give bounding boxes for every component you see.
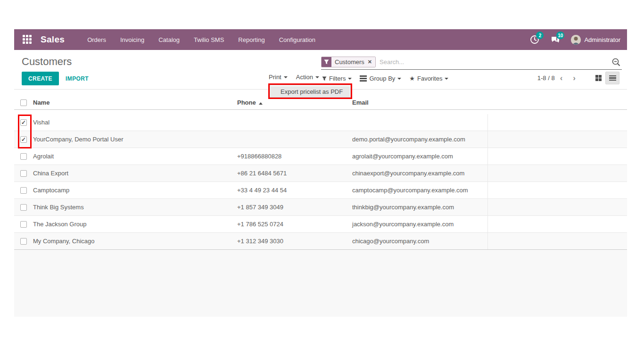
bars-icon bbox=[360, 75, 367, 82]
cell-email: camptocamp@yourcompany.example.com bbox=[352, 182, 488, 198]
table-row[interactable]: YourCompany, Demo Portal User demo.porta… bbox=[14, 131, 627, 148]
nav-item-invoicing[interactable]: Invoicing bbox=[120, 36, 144, 43]
filters-menu-label: Filters bbox=[329, 75, 346, 82]
group-by-menu-label: Group By bbox=[369, 75, 395, 82]
pager-next-button[interactable]: › bbox=[568, 74, 581, 83]
print-dropdown-annotation-box: Export pricelist as PDF bbox=[268, 83, 352, 99]
pager-range: 1-8 / 8 bbox=[537, 74, 555, 82]
filter-funnel-icon bbox=[322, 57, 331, 67]
table-row[interactable]: My Company, Chicago +1 312 349 3030 chic… bbox=[14, 233, 627, 250]
cell-email bbox=[352, 114, 488, 131]
column-header-name[interactable]: Name bbox=[33, 99, 237, 106]
row-checkbox[interactable] bbox=[20, 238, 27, 245]
table-row[interactable]: China Export +86 21 6484 5671 chinaexpor… bbox=[14, 165, 627, 182]
systray: 2 10 Administrator bbox=[529, 34, 627, 45]
cell-name: YourCompany, Demo Portal User bbox=[33, 136, 237, 143]
list-view-button[interactable] bbox=[605, 72, 619, 84]
group-by-menu-button[interactable]: Group By bbox=[360, 75, 401, 82]
pager-previous-button[interactable]: ‹ bbox=[555, 74, 568, 83]
column-header-email[interactable]: Email bbox=[352, 96, 488, 109]
favorites-menu-button[interactable]: ★ Favorites bbox=[409, 75, 448, 82]
row-checkbox[interactable] bbox=[20, 119, 27, 126]
action-menus: Print Action bbox=[269, 74, 319, 81]
nav-item-twilio-sms[interactable]: Twilio SMS bbox=[194, 36, 224, 43]
print-menu-button[interactable]: Print bbox=[269, 74, 288, 81]
messages-badge: 10 bbox=[556, 32, 564, 39]
cell-name: China Export bbox=[33, 170, 237, 177]
cell-email: jackson@yourcompany.example.com bbox=[352, 216, 488, 232]
search-magnifier-icon[interactable] bbox=[611, 58, 621, 67]
search-view-menus: Filters Group By ★ Favorites bbox=[322, 75, 448, 82]
action-menu-button[interactable]: Action bbox=[296, 74, 319, 81]
table-row[interactable]: Camptocamp +33 4 49 23 44 54 camptocamp@… bbox=[14, 182, 627, 199]
action-menu-label: Action bbox=[296, 74, 313, 81]
column-header-phone[interactable]: Phone bbox=[237, 99, 352, 106]
activities-icon[interactable]: 2 bbox=[529, 34, 540, 45]
cell-email: thinkbig@yourcompany.example.com bbox=[352, 199, 488, 215]
customers-list: Name Phone Email Vishal YourCompany, Dem… bbox=[14, 96, 627, 250]
cell-phone: +1 312 349 3030 bbox=[237, 238, 352, 245]
cell-name: My Company, Chicago bbox=[33, 238, 237, 245]
chevron-down-icon bbox=[397, 78, 401, 80]
chevron-down-icon bbox=[315, 76, 319, 78]
row-checkbox[interactable] bbox=[20, 136, 27, 143]
avatar bbox=[571, 35, 581, 45]
table-row[interactable]: The Jackson Group +1 786 525 0724 jackso… bbox=[14, 216, 627, 233]
phone-header-label: Phone bbox=[237, 99, 256, 106]
cell-name: Vishal bbox=[33, 119, 237, 126]
facet-label-wrap: Customers ✕ bbox=[331, 57, 375, 67]
search-input[interactable] bbox=[376, 58, 611, 66]
row-checkbox[interactable] bbox=[20, 204, 27, 211]
chevron-down-icon bbox=[348, 78, 352, 80]
table-row[interactable]: Think Big Systems +1 857 349 3049 thinkb… bbox=[14, 199, 627, 216]
row-checkbox[interactable] bbox=[20, 221, 27, 228]
print-dropdown-menu: Export pricelist as PDF bbox=[270, 85, 351, 98]
pager: 1-8 / 8 ‹ › bbox=[537, 72, 619, 84]
cell-phone: +86 21 6484 5671 bbox=[237, 170, 352, 177]
cell-phone: +1 857 349 3049 bbox=[237, 204, 352, 211]
sort-asc-icon bbox=[259, 102, 263, 105]
user-menu[interactable]: Administrator bbox=[571, 35, 620, 45]
empty-content-area bbox=[14, 250, 627, 317]
list-icon bbox=[609, 75, 616, 81]
cell-email: demo.portal@yourcompany.example.com bbox=[352, 131, 488, 148]
nav-item-catalog[interactable]: Catalog bbox=[158, 36, 180, 43]
view-switcher bbox=[591, 72, 619, 84]
favorites-menu-label: Favorites bbox=[417, 75, 442, 82]
cell-name: The Jackson Group bbox=[33, 221, 237, 228]
filters-menu-button[interactable]: Filters bbox=[322, 75, 352, 82]
select-all-checkbox[interactable] bbox=[20, 99, 27, 106]
create-button[interactable]: CREATE bbox=[22, 72, 59, 85]
row-checkbox[interactable] bbox=[20, 153, 27, 160]
row-checkbox[interactable] bbox=[20, 170, 27, 177]
cell-email: chinaexport@yourcompany.example.com bbox=[352, 165, 488, 181]
table-row[interactable]: Vishal bbox=[14, 114, 627, 131]
nav-item-configuration[interactable]: Configuration bbox=[279, 36, 315, 43]
cell-email: chicago@yourcompany.com bbox=[352, 233, 488, 249]
export-pricelist-pdf-menu-item[interactable]: Export pricelist as PDF bbox=[271, 86, 350, 97]
apps-menu-icon[interactable] bbox=[23, 35, 32, 44]
cell-name: Camptocamp bbox=[33, 187, 237, 194]
main-navbar: Sales Orders Invoicing Catalog Twilio SM… bbox=[14, 29, 627, 50]
nav-item-orders[interactable]: Orders bbox=[87, 36, 106, 43]
row-checkbox[interactable] bbox=[20, 187, 27, 194]
activities-badge: 2 bbox=[536, 32, 544, 39]
nav-item-reporting[interactable]: Reporting bbox=[238, 36, 264, 43]
chevron-down-icon bbox=[284, 76, 288, 78]
filter-icon bbox=[322, 76, 327, 81]
import-button[interactable]: IMPORT bbox=[59, 72, 95, 85]
page-title: Customers bbox=[22, 56, 72, 68]
facet-label: Customers bbox=[335, 58, 364, 66]
messages-icon[interactable]: 10 bbox=[550, 34, 561, 45]
cell-name: Think Big Systems bbox=[33, 204, 237, 211]
search-bar: Customers ✕ bbox=[321, 55, 622, 70]
user-name: Administrator bbox=[584, 36, 620, 43]
nav-menu: Orders Invoicing Catalog Twilio SMS Repo… bbox=[87, 36, 315, 43]
chevron-down-icon bbox=[445, 78, 448, 80]
facet-remove-icon[interactable]: ✕ bbox=[368, 59, 372, 65]
kanban-view-button[interactable] bbox=[591, 72, 605, 84]
app-name[interactable]: Sales bbox=[41, 34, 65, 45]
table-row[interactable]: Agrolait +918866880828 agrolait@yourcomp… bbox=[14, 148, 627, 165]
cell-name: Agrolait bbox=[33, 153, 237, 160]
print-menu-label: Print bbox=[269, 74, 281, 81]
